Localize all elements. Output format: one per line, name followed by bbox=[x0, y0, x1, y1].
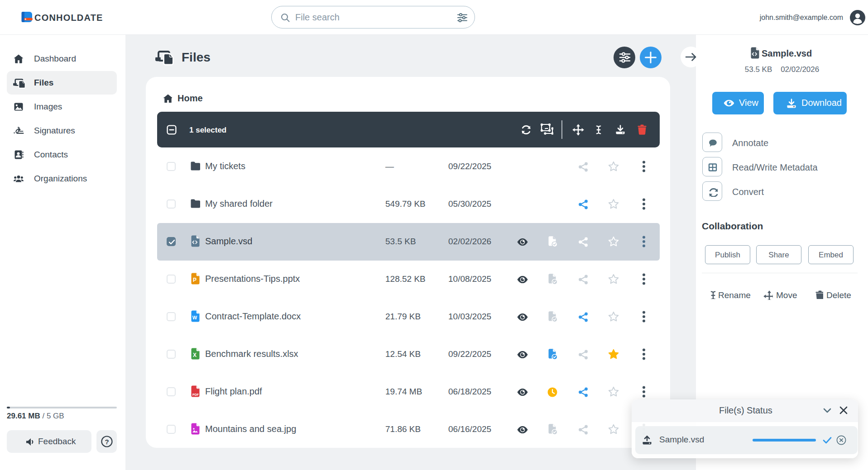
svg-text:W: W bbox=[192, 315, 197, 320]
svg-text:?: ? bbox=[105, 438, 109, 446]
svg-text:P: P bbox=[193, 277, 197, 283]
svg-text:X: X bbox=[193, 352, 197, 358]
